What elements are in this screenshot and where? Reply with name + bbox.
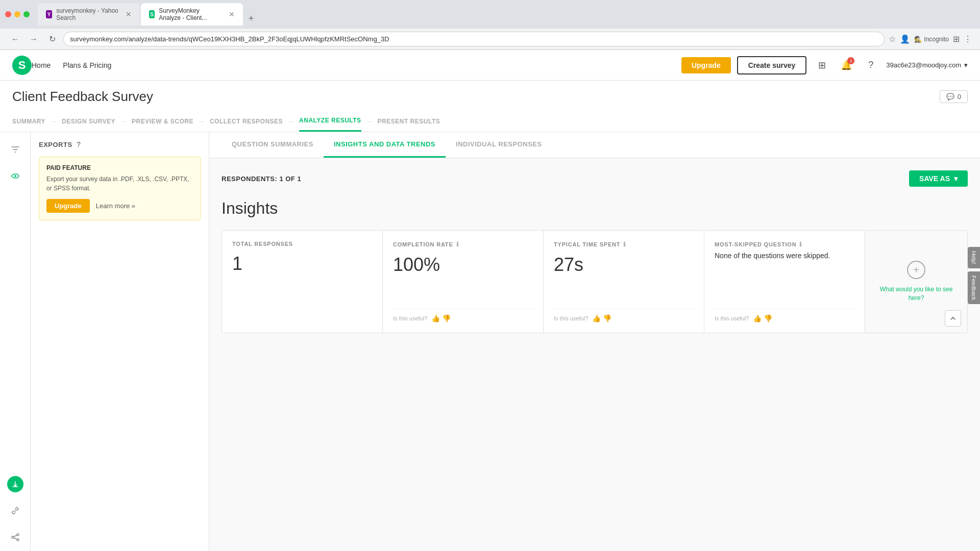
typical-time-label: TYPICAL TIME SPENT ℹ	[554, 241, 694, 248]
browser-chrome: Y surveymonkey - Yahoo Search ✕ S Survey…	[0, 0, 980, 50]
user-menu[interactable]: 39ac6e23@moodjoy.com ▾	[886, 61, 968, 69]
forward-button[interactable]: →	[27, 32, 41, 46]
arrow-4: →	[288, 118, 294, 125]
tab-close-yahoo[interactable]: ✕	[126, 10, 132, 18]
completion-rate-help-icon[interactable]: ℹ	[456, 241, 459, 248]
svg-point-3	[12, 536, 14, 538]
sidebar-link-icon[interactable]	[6, 502, 24, 520]
new-tab-button[interactable]: +	[244, 11, 258, 26]
completion-rate-value: 100%	[393, 254, 533, 276]
exports-help-icon[interactable]: ?	[77, 140, 81, 148]
nav-step-present[interactable]: PRESENT RESULTS	[378, 112, 440, 131]
menu-icon[interactable]: ⋮	[964, 34, 972, 44]
address-bar: ← → ↻ ☆ 👤 🕵 Incognito ⊞ ⋮	[0, 29, 980, 49]
typical-time-thumbdown[interactable]: 👎	[603, 314, 611, 322]
feedback-tab[interactable]: Feedback	[968, 271, 980, 304]
respondents-row: RESPONDENTS: 1 of 1 SAVE AS ▾	[222, 170, 968, 187]
tab-label-yahoo: surveymonkey - Yahoo Search	[56, 7, 119, 21]
main-content: QUESTION SUMMARIES INSIGHTS AND DATA TRE…	[209, 132, 980, 551]
comment-count: 0	[958, 93, 961, 101]
nav-home[interactable]: Home	[32, 61, 51, 69]
arrow-3: →	[199, 118, 205, 125]
upgrade-button[interactable]: Upgrade	[681, 57, 731, 73]
add-widget-card: + What would you like to see here?	[865, 231, 967, 333]
scroll-up-button[interactable]	[945, 310, 961, 327]
apps-icon[interactable]: ⊞	[813, 56, 831, 74]
most-skipped-label: MOST-SKIPPED QUESTION ℹ	[715, 241, 854, 248]
most-skipped-help-icon[interactable]: ℹ	[799, 241, 802, 248]
respondents-text: RESPONDENTS: 1 of 1	[222, 175, 301, 183]
nav-step-analyze[interactable]: ANALYZE RESULTS	[299, 111, 361, 132]
typical-time-footer: Is this useful? 👍 👎	[554, 309, 694, 322]
metrics-grid: TOTAL RESPONSES 1 COMPLETION RATE ℹ 100%	[222, 230, 968, 333]
feedback-panel: Help! Feedback	[968, 247, 980, 304]
help-icon[interactable]: ?	[862, 56, 880, 74]
tab-close-sm[interactable]: ✕	[229, 10, 235, 18]
sidebar-share-icon[interactable]	[6, 528, 24, 546]
metric-typical-time: TYPICAL TIME SPENT ℹ 27s Is this useful?…	[544, 231, 704, 333]
typical-time-thumbup[interactable]: 👍	[592, 314, 601, 322]
create-survey-button[interactable]: Create survey	[737, 56, 807, 74]
nav-step-summary[interactable]: SUMMARY	[12, 112, 45, 131]
nav-step-design[interactable]: DESIGN SURVEY	[62, 112, 115, 131]
back-button[interactable]: ←	[8, 32, 22, 46]
maximize-btn[interactable]	[23, 11, 30, 17]
notification-count: 1	[847, 57, 854, 64]
nav-steps: SUMMARY → DESIGN SURVEY → PREVIEW & SCOR…	[12, 111, 968, 132]
left-panel: EXPORTS ? PAID FEATURE Export your surve…	[31, 132, 209, 551]
comment-button[interactable]: 💬 0	[940, 90, 968, 103]
most-skipped-thumbup[interactable]: 👍	[753, 314, 762, 322]
comment-icon: 💬	[946, 93, 954, 101]
reload-button[interactable]: ↻	[45, 32, 59, 46]
extensions-icon[interactable]: ⊞	[953, 34, 960, 44]
grid-icon: ⊞	[818, 60, 826, 71]
most-skipped-thumbdown[interactable]: 👎	[764, 314, 772, 322]
completion-rate-footer: Is this useful? 👍 👎	[393, 309, 533, 322]
insights-title: Insights	[222, 199, 968, 218]
surveymonkey-favicon: S	[149, 10, 155, 18]
minimize-btn[interactable]	[14, 11, 20, 17]
close-btn[interactable]	[5, 11, 11, 17]
help-tab[interactable]: Help!	[968, 247, 980, 268]
notifications-icon[interactable]: 🔔 1	[837, 56, 855, 74]
svg-point-4	[17, 539, 19, 541]
total-responses-value: 1	[232, 253, 372, 274]
tab-individual-responses[interactable]: INDIVIDUAL RESPONSES	[446, 132, 552, 158]
arrow-1: →	[51, 118, 57, 125]
total-responses-label: TOTAL RESPONSES	[232, 241, 372, 247]
sidebar-filter-icon[interactable]	[6, 140, 24, 159]
completion-rate-footer-actions: 👍 👎	[431, 314, 451, 322]
add-widget-icon[interactable]: +	[907, 261, 925, 279]
save-as-button[interactable]: SAVE AS ▾	[909, 170, 968, 187]
bookmark-icon[interactable]: ☆	[889, 34, 896, 44]
completion-rate-thumbdown[interactable]: 👎	[442, 314, 451, 322]
svg-point-1	[14, 175, 16, 177]
save-as-chevron-icon: ▾	[954, 174, 958, 183]
address-icons: ☆ 👤 🕵 Incognito ⊞ ⋮	[889, 34, 972, 44]
upgrade-small-button[interactable]: Upgrade	[46, 199, 90, 213]
profile-icon[interactable]: 👤	[900, 34, 910, 44]
arrow-5: →	[366, 118, 373, 125]
tab-question-summaries[interactable]: QUESTION SUMMARIES	[222, 132, 324, 158]
typical-time-footer-actions: 👍 👎	[592, 314, 611, 322]
typical-time-value: 27s	[554, 254, 694, 276]
sidebar-download-icon[interactable]	[6, 475, 24, 493]
surveymonkey-logo[interactable]: S	[12, 56, 32, 75]
tab-insights[interactable]: INSIGHTS AND DATA TRENDS	[324, 132, 446, 158]
completion-rate-thumbup[interactable]: 👍	[431, 314, 440, 322]
typical-time-help-icon[interactable]: ℹ	[623, 241, 626, 248]
learn-more-link[interactable]: Learn more »	[96, 202, 135, 210]
paid-feature-box: PAID FEATURE Export your survey data in …	[39, 157, 201, 220]
paid-feature-actions: Upgrade Learn more »	[46, 199, 193, 213]
nav-step-preview[interactable]: PREVIEW & SCORE	[132, 112, 193, 131]
browser-tab-surveymonkey[interactable]: S SurveyMonkey Analyze - Client... ✕	[141, 3, 243, 26]
sidebar-eye-icon[interactable]	[6, 167, 24, 185]
nav-plans[interactable]: Plans & Pricing	[63, 61, 111, 69]
survey-header: Client Feedback Survey 💬 0 SUMMARY → DES…	[0, 81, 980, 132]
add-widget-text[interactable]: What would you like to see here?	[875, 285, 957, 303]
address-input[interactable]	[63, 32, 885, 46]
browser-tab-yahoo[interactable]: Y surveymonkey - Yahoo Search ✕	[38, 3, 140, 26]
most-skipped-text: None of the questions were skipped.	[715, 250, 854, 261]
nav-step-collect[interactable]: COLLECT RESPONSES	[210, 112, 283, 131]
incognito-icon: 🕵	[914, 36, 922, 43]
